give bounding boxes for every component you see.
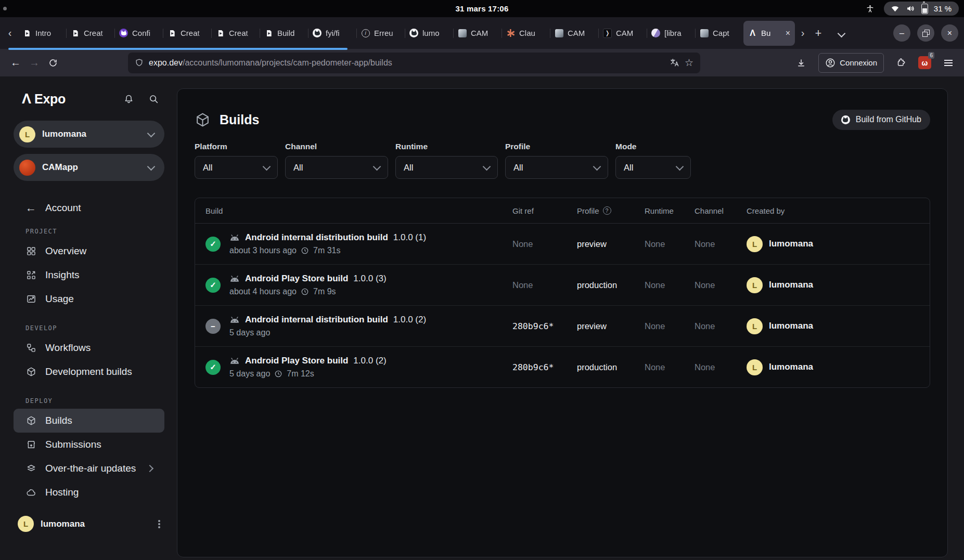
creator-avatar: L bbox=[747, 359, 763, 375]
list-tabs-icon[interactable] bbox=[833, 27, 849, 39]
screen-corner-dot bbox=[3, 7, 7, 10]
search-icon[interactable] bbox=[148, 94, 159, 105]
build-row[interactable]: ✓ Android Play Store build 1.0.0 (2) 5 d… bbox=[195, 347, 930, 387]
tab-build[interactable]: Build bbox=[260, 21, 308, 46]
forward-icon[interactable]: → bbox=[25, 54, 44, 72]
sidebar-user[interactable]: L lumomana bbox=[18, 516, 160, 532]
git-ref: 280b9c6* bbox=[512, 362, 577, 372]
new-tab-button[interactable]: + bbox=[811, 27, 826, 40]
created-by[interactable]: L lumomana bbox=[747, 277, 930, 293]
restore-button[interactable] bbox=[917, 24, 934, 42]
tab-libra[interactable]: [libra bbox=[647, 21, 695, 46]
tab-create-3[interactable]: Creat bbox=[211, 21, 260, 46]
close-window-button[interactable]: × bbox=[941, 24, 958, 42]
platform-select[interactable]: All bbox=[195, 156, 278, 179]
reload-icon[interactable] bbox=[44, 54, 62, 72]
sidebar-item-overview[interactable]: Overview bbox=[14, 239, 164, 263]
url-text[interactable]: expo.dev/accounts/lumomana/projects/cam-… bbox=[149, 58, 664, 68]
build-runtime: None bbox=[645, 321, 695, 331]
docs-favicon bbox=[22, 29, 31, 37]
created-by[interactable]: L lumomana bbox=[747, 318, 930, 334]
build-profile: preview bbox=[577, 321, 645, 331]
project-name: CAMapp bbox=[42, 162, 78, 173]
tab-create-2[interactable]: Creat bbox=[163, 21, 211, 46]
tab-label: fyi/fi bbox=[326, 29, 352, 37]
expo-logo-icon[interactable]: Λ bbox=[22, 91, 31, 107]
brand-name[interactable]: Expo bbox=[34, 92, 66, 107]
kebab-menu-icon[interactable] bbox=[158, 523, 160, 525]
tab-cam-1[interactable]: CAM bbox=[453, 21, 502, 46]
project-selector[interactable]: CAMapp bbox=[14, 154, 164, 181]
minimize-button[interactable]: – bbox=[893, 24, 910, 42]
url-bar[interactable]: expo.dev/accounts/lumomana/projects/cam-… bbox=[128, 53, 700, 73]
system-clock[interactable]: 31 mars 17:06 bbox=[456, 4, 509, 13]
extension-icon[interactable] bbox=[892, 54, 910, 72]
tab-cam-2[interactable]: CAM bbox=[550, 21, 598, 46]
created-by[interactable]: L lumomana bbox=[747, 236, 930, 252]
tab-lumo[interactable]: lumo bbox=[405, 21, 453, 46]
build-row[interactable]: − Android internal distribution build 1.… bbox=[195, 306, 930, 347]
system-tray[interactable]: 31 % bbox=[866, 0, 959, 17]
sidebar-item-over-the-air-updates[interactable]: Over-the-air updates bbox=[14, 457, 164, 480]
tab-fyi[interactable]: fyi/fi bbox=[308, 21, 356, 46]
tab-label: Creat bbox=[181, 29, 207, 37]
sidebar-item-usage[interactable]: Usage bbox=[14, 287, 164, 311]
tab-erreur[interactable]: i Erreu bbox=[356, 21, 405, 46]
select-value: All bbox=[513, 163, 523, 173]
download-icon[interactable] bbox=[792, 54, 811, 72]
creator-name: lumomana bbox=[769, 280, 813, 290]
account-selector[interactable]: L lumomana bbox=[14, 121, 164, 148]
sidebar-item-hosting[interactable]: Hosting bbox=[14, 480, 164, 504]
docs-favicon bbox=[264, 29, 273, 37]
scroll-tabs-right-icon[interactable]: › bbox=[795, 27, 811, 39]
runtime-select[interactable]: All bbox=[395, 156, 498, 179]
github-purple-favicon bbox=[119, 29, 128, 37]
bell-icon[interactable] bbox=[123, 94, 134, 105]
translate-icon[interactable] bbox=[670, 58, 679, 68]
profile-select[interactable]: All bbox=[505, 156, 608, 179]
shield-icon[interactable] bbox=[135, 58, 144, 67]
github-favicon bbox=[313, 29, 322, 37]
build-name[interactable]: Android internal distribution build bbox=[245, 315, 388, 325]
back-to-account-link[interactable]: ← Account bbox=[25, 202, 172, 214]
mode-select[interactable]: All bbox=[615, 156, 691, 179]
build-name[interactable]: Android internal distribution build bbox=[245, 232, 388, 243]
sidebar-item-workflows[interactable]: Workflows bbox=[14, 336, 164, 360]
build-name[interactable]: Android Play Store build bbox=[245, 356, 348, 366]
help-icon[interactable]: ? bbox=[603, 206, 611, 215]
tab-claude[interactable]: Clau bbox=[502, 21, 550, 46]
build-name[interactable]: Android Play Store build bbox=[245, 274, 348, 284]
build-row[interactable]: ✓ Android Play Store build 1.0.0 (3) abo… bbox=[195, 265, 930, 306]
sidebar-item-submissions[interactable]: Submissions bbox=[14, 433, 164, 457]
tab-builds-active[interactable]: Λ Bu × bbox=[743, 21, 795, 46]
android-icon bbox=[229, 357, 240, 364]
tab-cam-3[interactable]: ❭ CAM bbox=[598, 21, 647, 46]
docs-favicon bbox=[168, 29, 176, 37]
created-by[interactable]: L lumomana bbox=[747, 359, 930, 375]
tab-configure[interactable]: Confi bbox=[114, 21, 163, 46]
bookmark-star-icon[interactable]: ☆ bbox=[685, 57, 693, 69]
screen: 31 mars 17:06 31 % ‹ Intro bbox=[0, 0, 964, 560]
back-icon[interactable]: ← bbox=[6, 54, 25, 72]
sidebar-item-insights[interactable]: Insights bbox=[14, 263, 164, 287]
menu-icon[interactable] bbox=[939, 54, 958, 72]
tab-intro[interactable]: Intro bbox=[18, 21, 66, 46]
sidebar-item-development-builds[interactable]: Development builds bbox=[14, 360, 164, 384]
signin-button[interactable]: Connexion bbox=[818, 53, 884, 73]
build-runtime: None bbox=[645, 280, 695, 290]
status-pill[interactable]: 31 % bbox=[884, 2, 959, 16]
clock-icon bbox=[274, 370, 282, 378]
close-tab-icon[interactable]: × bbox=[786, 29, 790, 38]
filter-profile: Profile All bbox=[505, 142, 608, 179]
adblocker-icon[interactable]: ω6 bbox=[918, 56, 931, 69]
build-from-github-button[interactable]: Build from GitHub bbox=[832, 110, 930, 130]
scroll-tabs-left-icon[interactable]: ‹ bbox=[2, 27, 18, 39]
tab-capture[interactable]: Capt bbox=[695, 21, 743, 46]
tab-create-1[interactable]: Creat bbox=[66, 21, 114, 46]
sidebar-item-builds[interactable]: Builds bbox=[14, 409, 164, 433]
creator-avatar: L bbox=[747, 277, 763, 293]
channel-select[interactable]: All bbox=[285, 156, 388, 179]
filter-label: Profile bbox=[505, 142, 608, 151]
build-row[interactable]: ✓ Android internal distribution build 1.… bbox=[195, 224, 930, 265]
accessibility-icon[interactable] bbox=[866, 3, 875, 15]
